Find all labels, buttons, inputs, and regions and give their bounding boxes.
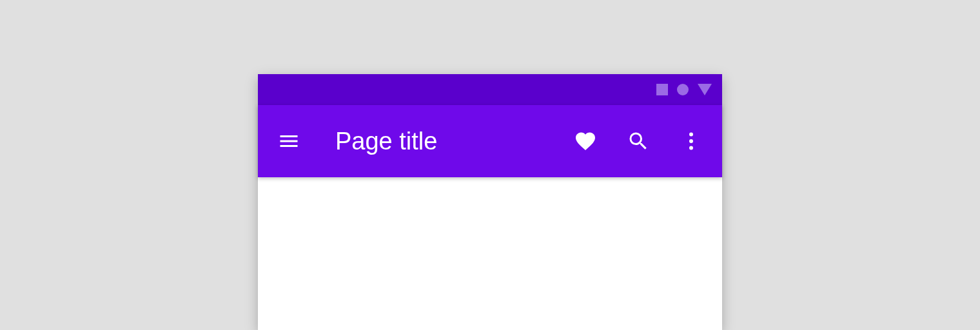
status-bar	[258, 74, 722, 105]
heart-icon	[574, 130, 597, 153]
action-buttons	[570, 126, 707, 157]
navigation-button[interactable]	[273, 126, 304, 157]
svg-rect-2	[280, 145, 298, 147]
search-icon	[627, 130, 650, 153]
page-title: Page title	[335, 128, 570, 155]
svg-point-3	[689, 133, 693, 137]
app-bar: Page title	[258, 105, 722, 177]
status-triangle-down-icon	[698, 84, 712, 95]
status-square-icon	[656, 84, 668, 95]
svg-rect-0	[280, 135, 298, 137]
svg-point-5	[689, 146, 693, 150]
menu-icon	[277, 130, 300, 153]
status-circle-icon	[677, 84, 689, 95]
svg-point-4	[689, 139, 693, 143]
device-frame: Page title	[258, 74, 722, 330]
content-area	[258, 177, 722, 330]
overflow-menu-button[interactable]	[676, 126, 707, 157]
svg-rect-1	[280, 141, 298, 142]
more-vert-icon	[680, 130, 703, 153]
favorite-button[interactable]	[570, 126, 601, 157]
search-button[interactable]	[623, 126, 654, 157]
